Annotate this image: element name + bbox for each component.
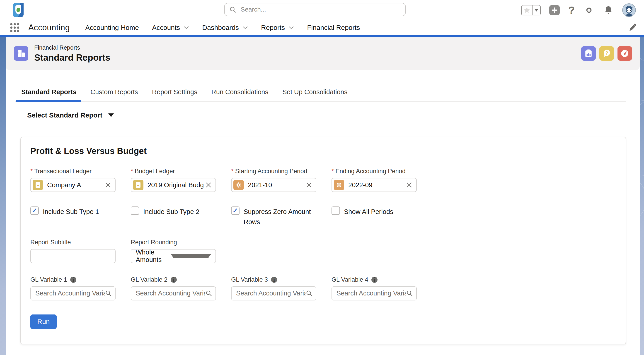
help-chat-button[interactable]: ? (599, 46, 614, 61)
field-budget-ledger: *Budget Ledger 2019 Original Budge (131, 168, 216, 192)
lookup-fields-row: *Transactional Ledger Company A *Budget … (30, 168, 616, 192)
favorites-group (521, 5, 541, 15)
accounting-period-icon (334, 180, 344, 190)
search-input[interactable] (240, 6, 401, 13)
global-search[interactable] (224, 3, 406, 16)
report-rounding-select[interactable]: Whole Amounts (131, 249, 216, 263)
search-icon (105, 290, 112, 297)
chevron-down-icon (108, 113, 114, 117)
field-starting-accounting-period: *Starting Accounting Period 2021-10 (231, 168, 316, 192)
tab-custom-reports[interactable]: Custom Reports (86, 88, 143, 102)
checkbox-icon (332, 206, 340, 215)
gl-variables-row: GL Variable 1i GL Variable 2i GL Variabl… (30, 276, 616, 301)
help-button[interactable]: ? (568, 4, 575, 16)
starting-period-pill[interactable]: 2021-10 (231, 178, 316, 192)
star-icon (524, 7, 530, 13)
field-report-rounding: Report Rounding Whole Amounts (131, 239, 216, 263)
report-criteria-card: Profit & Loss Versus Budget *Transaction… (20, 137, 626, 344)
gauge-icon (620, 48, 630, 58)
checkbox-include-sub-type-1[interactable]: ✓ Include Sub Type 1 (30, 206, 116, 217)
accounting-period-icon (234, 180, 244, 190)
clear-icon[interactable] (306, 182, 312, 188)
tab-report-settings[interactable]: Report Settings (147, 88, 202, 102)
nav-items: Accounting Home Accounts Dashboards Repo… (85, 24, 360, 31)
checkbox-icon: ✓ (30, 206, 39, 215)
nav-item-dashboards[interactable]: Dashboards (202, 24, 248, 31)
info-icon[interactable]: i (70, 277, 76, 283)
financial-reports-object-icon (14, 46, 28, 61)
run-button[interactable]: Run (30, 315, 57, 329)
info-icon[interactable]: i (271, 277, 277, 283)
search-icon (306, 290, 313, 297)
question-bubble-icon: ? (602, 48, 612, 58)
checkbox-icon: ✓ (231, 206, 240, 215)
required-asterisk: * (131, 168, 133, 175)
tab-run-consolidations[interactable]: Run Consolidations (206, 88, 273, 102)
gl-variable-2-input[interactable] (135, 289, 206, 297)
required-asterisk: * (231, 168, 234, 175)
clear-icon[interactable] (406, 182, 412, 188)
app-name: Accounting (28, 23, 70, 32)
field-report-subtitle: Report Subtitle (30, 239, 116, 263)
checkbox-include-sub-type-2[interactable]: Include Sub Type 2 (131, 206, 216, 217)
gl-variable-3-search[interactable] (231, 286, 316, 301)
checkbox-show-all-periods[interactable]: Show All Periods (332, 206, 417, 217)
transactional-ledger-pill[interactable]: Company A (30, 178, 116, 192)
gl-variable-1-input[interactable] (35, 289, 105, 297)
favorites-star-button[interactable] (522, 5, 532, 15)
notifications-bell-button[interactable] (603, 5, 614, 16)
nav-item-financial-reports[interactable]: Financial Reports (307, 24, 360, 31)
report-title: Profit & Loss Versus Budget (30, 146, 616, 156)
chevron-down-icon (184, 26, 189, 29)
ledger-icon (133, 180, 144, 190)
field-ending-accounting-period: *Ending Accounting Period 2022-09 (332, 168, 417, 192)
user-avatar[interactable] (622, 3, 636, 17)
field-gl-variable-1: GL Variable 1i (30, 276, 116, 301)
nav-item-reports[interactable]: Reports (261, 24, 294, 31)
page-header: Financial Reports Standard Reports ? (6, 37, 640, 70)
nav-item-accounting-home[interactable]: Accounting Home (85, 24, 139, 31)
clear-icon[interactable] (206, 182, 212, 188)
main-content: Financial Reports Standard Reports ? (6, 37, 640, 355)
report-tabs: Standard Reports Custom Reports Report S… (16, 88, 626, 102)
gauge-button[interactable] (618, 46, 632, 61)
info-icon[interactable]: i (171, 277, 177, 283)
gl-variable-2-search[interactable] (131, 286, 216, 301)
page-header-actions: ? (581, 46, 632, 61)
chevron-down-icon (242, 26, 248, 29)
app-navbar: Accounting Accounting Home Accounts Dash… (0, 20, 644, 37)
favorites-dropdown-button[interactable] (532, 5, 540, 15)
object-label: Financial Reports (34, 44, 110, 51)
chevron-down-icon (171, 254, 211, 258)
accounting-seed-logo-icon (11, 2, 24, 18)
gl-variable-1-search[interactable] (30, 286, 116, 301)
gl-variable-4-input[interactable] (336, 289, 406, 297)
report-subtitle-input[interactable] (30, 249, 116, 263)
tab-set-up-consolidations[interactable]: Set Up Consolidations (277, 88, 352, 102)
search-icon (206, 290, 212, 297)
tab-standard-reports[interactable]: Standard Reports (16, 88, 81, 102)
ending-period-pill[interactable]: 2022-09 (332, 178, 417, 192)
nav-item-accounts[interactable]: Accounts (152, 24, 189, 31)
edit-pencil-icon[interactable] (628, 23, 637, 32)
budget-ledger-pill[interactable]: 2019 Original Budge (131, 178, 216, 192)
global-header-actions: + ? (521, 0, 636, 20)
field-gl-variable-3: GL Variable 3i (231, 276, 316, 301)
gl-variable-3-input[interactable] (236, 289, 306, 297)
global-add-button[interactable]: + (549, 5, 560, 15)
checkbox-suppress-zero-amount-rows[interactable]: ✓ Suppress Zero Amount Rows (231, 206, 316, 227)
ledger-icon (33, 180, 43, 190)
app-launcher-waffle-icon[interactable] (10, 23, 19, 32)
page-titles: Financial Reports Standard Reports (34, 44, 110, 63)
clear-icon[interactable] (105, 182, 111, 188)
checkbox-row: ✓ Include Sub Type 1 Include Sub Type 2 … (30, 206, 616, 227)
select-standard-report-menu[interactable]: Select Standard Report (27, 111, 640, 119)
field-gl-variable-4: GL Variable 4i (332, 276, 417, 301)
setup-gear-button[interactable] (583, 4, 594, 16)
global-header: + ? (0, 0, 644, 20)
gl-variable-4-search[interactable] (332, 286, 417, 301)
report-clipboard-button[interactable] (581, 46, 596, 61)
info-icon[interactable]: i (372, 277, 378, 283)
search-icon (229, 6, 236, 13)
required-asterisk: * (332, 168, 334, 175)
